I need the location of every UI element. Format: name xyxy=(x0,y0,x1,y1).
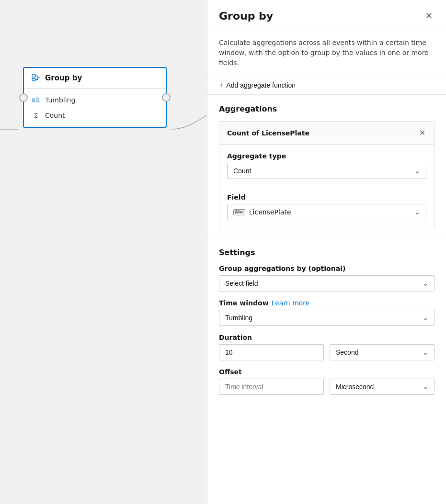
count-label: Count xyxy=(45,112,65,119)
aggregate-type-label: Aggregate type xyxy=(227,152,426,160)
field-value: LicensePlate xyxy=(249,208,291,216)
left-connector xyxy=(19,93,28,102)
offset-input-wrapper xyxy=(219,379,324,395)
svg-rect-6 xyxy=(32,98,35,102)
field-label: Field xyxy=(227,193,426,201)
right-connector xyxy=(162,93,171,102)
duration-row: Second Minute Hour xyxy=(219,344,435,360)
time-window-label: Time window xyxy=(219,299,269,307)
panel-title: Group by xyxy=(219,10,273,22)
learn-more-link[interactable]: Learn more xyxy=(272,299,310,307)
plus-icon: + xyxy=(219,81,223,90)
aggregation-name: Count of LicensePlate xyxy=(227,129,309,137)
node-title: Group by xyxy=(45,74,82,82)
group-by-select[interactable]: Select field xyxy=(219,275,435,291)
panel-description: Calculate aggregations across all events… xyxy=(207,30,446,76)
panel-close-button[interactable]: ✕ xyxy=(423,10,435,22)
time-window-dropdown-wrapper: Tumbling Hopping Sliding Session Snapsho… xyxy=(219,310,435,326)
offset-unit-select[interactable]: Microsecond Millisecond Second Minute Ho… xyxy=(330,379,435,395)
duration-input[interactable] xyxy=(219,344,324,360)
aggregate-type-group: Aggregate type Count Sum Average Max Min xyxy=(227,152,426,179)
group-by-label: Group aggregations by (optional) xyxy=(219,265,435,272)
svg-rect-7 xyxy=(36,97,39,102)
aggregation-body: Aggregate type Count Sum Average Max Min… xyxy=(219,145,434,228)
add-function-label: Add aggregate function xyxy=(226,81,296,89)
duration-unit-select[interactable]: Second Minute Hour xyxy=(330,344,435,360)
svg-rect-1 xyxy=(32,78,35,81)
group-by-node[interactable]: Group by Tumbling Σ Count xyxy=(23,67,167,128)
group-by-group: Group aggregations by (optional) Select … xyxy=(219,265,435,291)
aggregation-close-button[interactable]: ✕ xyxy=(418,127,426,138)
aggregations-section: Aggregations Count of LicensePlate ✕ Agg… xyxy=(207,95,446,238)
svg-rect-0 xyxy=(32,75,35,77)
tumbling-icon xyxy=(32,96,40,104)
aggregate-type-select[interactable]: Count Sum Average Max Min xyxy=(227,163,426,179)
duration-unit-wrapper: Second Minute Hour xyxy=(330,344,435,360)
field-select-display[interactable]: Abc LicensePlate xyxy=(227,204,426,220)
node-item-count: Σ Count xyxy=(24,108,166,123)
side-panel: Group by ✕ Calculate aggregations across… xyxy=(207,0,446,504)
aggregations-section-title: Aggregations xyxy=(219,104,435,113)
offset-input[interactable] xyxy=(219,379,324,395)
add-aggregate-function-button[interactable]: + Add aggregate function xyxy=(207,76,446,95)
sigma-icon: Σ xyxy=(32,112,40,119)
time-window-select[interactable]: Tumbling Hopping Sliding Session Snapsho… xyxy=(219,310,435,326)
aggregation-header: Count of LicensePlate ✕ xyxy=(219,122,434,145)
panel-header: Group by ✕ xyxy=(207,0,446,30)
offset-unit-wrapper: Microsecond Millisecond Second Minute Ho… xyxy=(330,379,435,395)
offset-group: Offset Microsecond Millisecond Second Mi… xyxy=(219,368,435,395)
time-window-group: Time window Learn more Tumbling Hopping … xyxy=(219,299,435,326)
settings-section: Settings Group aggregations by (optional… xyxy=(207,238,446,404)
tumbling-label: Tumbling xyxy=(45,96,75,104)
node-item-tumbling: Tumbling xyxy=(24,92,166,108)
settings-title: Settings xyxy=(219,248,435,257)
node-items: Tumbling Σ Count xyxy=(24,89,166,127)
group-by-dropdown-wrapper: Select field xyxy=(219,275,435,291)
duration-group: Duration Second Minute Hour xyxy=(219,334,435,360)
offset-row: Microsecond Millisecond Second Minute Ho… xyxy=(219,379,435,395)
field-dropdown-wrapper: Abc LicensePlate xyxy=(227,204,426,220)
time-window-label-row: Time window Learn more xyxy=(219,299,435,307)
group-by-icon xyxy=(32,74,41,82)
duration-input-wrapper xyxy=(219,344,324,360)
abc-icon: Abc xyxy=(233,209,245,215)
field-group: Field Abc LicensePlate xyxy=(227,193,426,220)
node-header: Group by xyxy=(24,68,166,89)
aggregate-type-dropdown-wrapper: Count Sum Average Max Min xyxy=(227,163,426,179)
duration-label: Duration xyxy=(219,334,435,341)
aggregation-card: Count of LicensePlate ✕ Aggregate type C… xyxy=(219,121,435,228)
canvas-area: Group by Tumbling Σ Count xyxy=(0,0,207,504)
offset-label: Offset xyxy=(219,368,435,376)
